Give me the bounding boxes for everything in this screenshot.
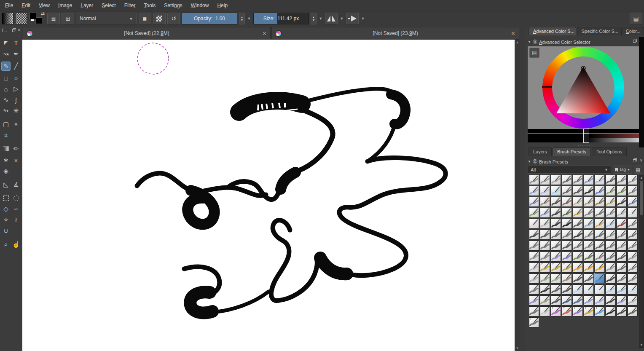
- mirror-vertical-button[interactable]: [346, 13, 359, 24]
- brush-preset-tile[interactable]: [584, 273, 594, 284]
- brush-preset-tile[interactable]: [606, 284, 616, 295]
- brush-preset-tile[interactable]: [628, 186, 638, 196]
- brush-preset-tile[interactable]: [628, 230, 638, 240]
- pan-tool[interactable]: ☝: [11, 240, 21, 249]
- calligraphy-tool[interactable]: ✒: [11, 49, 21, 59]
- close-tab-icon[interactable]: ✕: [511, 30, 515, 37]
- brush-preset-tile[interactable]: [606, 295, 616, 305]
- rect-select-tool[interactable]: [1, 193, 11, 203]
- brush-preset-tile[interactable]: [529, 295, 539, 305]
- shade-bar-3[interactable]: [528, 138, 639, 142]
- brush-preset-tile[interactable]: [584, 263, 594, 273]
- brush-preset-tile[interactable]: T: [573, 306, 583, 316]
- ellipse-select-tool[interactable]: [11, 193, 21, 203]
- brush-preset-tile[interactable]: [595, 284, 605, 295]
- brush-preset-tile[interactable]: [628, 241, 638, 251]
- brush-preset-tile[interactable]: [540, 219, 550, 229]
- pattern-swatch[interactable]: [15, 13, 27, 24]
- foreground-background-colors[interactable]: ⇄: [29, 12, 46, 25]
- size-spinner[interactable]: ▲▼: [311, 13, 317, 24]
- brush-preset-tile[interactable]: [617, 175, 627, 185]
- brush-preset-tile[interactable]: [606, 306, 616, 316]
- shape-select-tool[interactable]: ◤: [1, 38, 11, 47]
- brush-preset-tile[interactable]: [595, 219, 605, 229]
- brush-preset-tile[interactable]: [628, 273, 638, 284]
- brush-preset-tile[interactable]: [540, 186, 550, 196]
- brush-preset-tile[interactable]: [529, 230, 539, 240]
- brush-preset-tile[interactable]: P: [562, 263, 572, 273]
- brush-preset-tile[interactable]: [573, 284, 583, 295]
- sv-triangle[interactable]: [528, 46, 639, 142]
- float-docker-icon[interactable]: [12, 29, 15, 32]
- shade-bar-2[interactable]: [528, 134, 639, 138]
- crop-tool[interactable]: ⌗: [1, 131, 11, 140]
- brush-preset-tile[interactable]: [529, 306, 539, 316]
- scroll-down-icon[interactable]: ▼: [516, 346, 519, 350]
- size-options-arrow[interactable]: ▼: [318, 13, 323, 24]
- pattern-tool[interactable]: ×: [11, 155, 21, 165]
- brush-preset-tile[interactable]: [584, 208, 594, 218]
- bezier-curve-tool[interactable]: ∿: [1, 95, 11, 104]
- menu-item-layer[interactable]: Layer: [76, 0, 97, 11]
- brush-preset-tile[interactable]: [562, 219, 572, 229]
- brush-preset-tile[interactable]: [628, 284, 638, 295]
- brush-grid-scrollbar[interactable]: ▲ ▼: [639, 175, 644, 348]
- eraser-mode-button[interactable]: ◆: [139, 13, 151, 24]
- brush-preset-tile[interactable]: [606, 241, 616, 251]
- tag-filter-combo[interactable]: All ▼: [528, 166, 611, 174]
- brush-preset-tile[interactable]: [529, 175, 539, 185]
- bezier-select-tool[interactable]: ≀: [11, 215, 21, 225]
- collapse-icon[interactable]: ▼: [528, 40, 531, 44]
- brush-preset-tile[interactable]: [562, 186, 572, 196]
- menu-item-image[interactable]: Image: [54, 0, 76, 11]
- dock-tab-specific-color-s[interactable]: Specific Color S...: [577, 27, 620, 35]
- menu-item-settings[interactable]: Settings: [160, 0, 186, 11]
- brush-preset-tile[interactable]: [562, 241, 572, 251]
- brush-preset-tile[interactable]: T: [595, 306, 605, 316]
- brush-preset-tile[interactable]: [617, 208, 627, 218]
- brush-preset-tile[interactable]: [595, 230, 605, 240]
- brush-preset-tile[interactable]: [540, 284, 550, 295]
- brush-preset-tile[interactable]: [584, 219, 594, 229]
- brush-preset-tile[interactable]: [562, 208, 572, 218]
- gradient-swatch[interactable]: [2, 13, 13, 24]
- brush-preset-tile[interactable]: [529, 284, 539, 295]
- brush-preset-tile[interactable]: [551, 219, 561, 229]
- shade-marker[interactable]: [583, 138, 589, 143]
- brush-presets-header[interactable]: ▼ ⓐ Brush Presets: [528, 158, 568, 165]
- panel-tab-brush-presets[interactable]: Brush Presets: [553, 147, 591, 156]
- transform-tool[interactable]: ▢: [1, 120, 11, 129]
- dock-tab-color[interactable]: Color...: [621, 27, 644, 35]
- brush-preset-tile[interactable]: [628, 306, 638, 316]
- preset-chooser-button[interactable]: ⊞: [62, 13, 74, 24]
- splitter-handle[interactable]: ······: [525, 143, 644, 147]
- brush-preset-tile[interactable]: T: [584, 306, 594, 316]
- brush-preset-tile[interactable]: [617, 263, 627, 273]
- brush-preset-tile[interactable]: [540, 230, 550, 240]
- brush-preset-tile[interactable]: [551, 241, 561, 251]
- brush-preset-tile[interactable]: [562, 273, 572, 284]
- brush-preset-tile[interactable]: [551, 186, 561, 196]
- move-tool[interactable]: ⌖: [11, 120, 21, 129]
- dock-tab-advanced-color-s[interactable]: Advanced Color S...: [529, 27, 576, 35]
- brush-preset-tile[interactable]: [540, 295, 550, 305]
- brush-preset-tile[interactable]: [628, 208, 638, 218]
- brush-preset-tile[interactable]: [595, 273, 605, 284]
- mirror-vertical-arrow[interactable]: ▼: [360, 13, 365, 24]
- workspace-chooser-button[interactable]: ▤: [630, 13, 642, 24]
- brush-preset-tile[interactable]: [617, 273, 627, 284]
- brush-preset-tile[interactable]: [606, 230, 616, 240]
- brush-preset-tile[interactable]: [551, 273, 561, 284]
- brush-preset-tile[interactable]: [562, 284, 572, 295]
- brush-preset-tile[interactable]: [617, 219, 627, 229]
- brush-preset-tile[interactable]: [584, 230, 594, 240]
- brush-preset-tile[interactable]: P: [562, 306, 572, 316]
- brush-preset-tile[interactable]: [573, 219, 583, 229]
- ellipse-tool[interactable]: ○: [11, 73, 21, 83]
- brush-preset-tile[interactable]: [573, 241, 583, 251]
- brush-preset-tile[interactable]: [573, 295, 583, 305]
- brush-preset-tile[interactable]: [628, 295, 638, 305]
- brush-preset-tile[interactable]: [584, 284, 594, 295]
- opacity-options-arrow[interactable]: ▼: [247, 13, 252, 24]
- brush-preset-tile[interactable]: [628, 175, 638, 185]
